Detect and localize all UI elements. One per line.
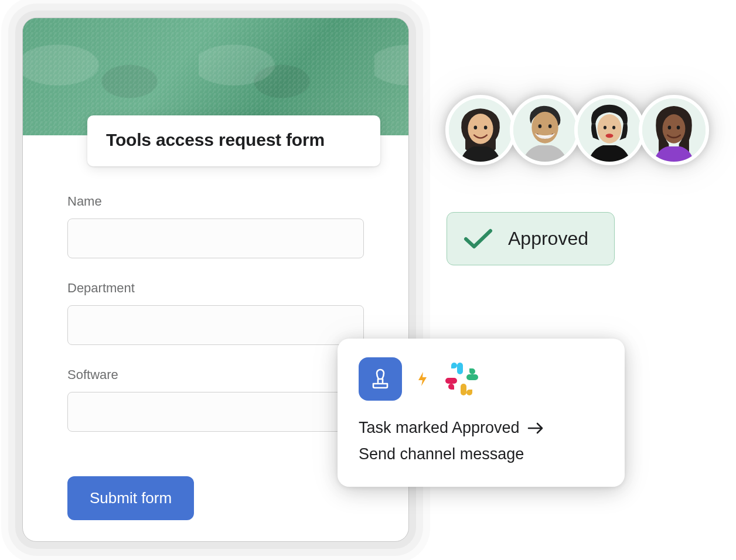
field-department: Department — [67, 281, 364, 345]
name-label: Name — [67, 194, 364, 209]
avatar-3 — [574, 95, 645, 165]
svg-point-11 — [612, 126, 615, 129]
check-icon — [464, 228, 493, 250]
svg-rect-17 — [457, 363, 463, 374]
automation-card: Task marked Approved Send channel messag… — [338, 339, 625, 487]
department-input[interactable] — [67, 305, 364, 345]
avatar-4 — [639, 95, 709, 165]
automation-line-2: Send channel message — [359, 442, 604, 467]
automation-text: Task marked Approved Send channel messag… — [359, 416, 604, 467]
avatar-group — [445, 95, 709, 165]
svg-point-2 — [474, 125, 478, 129]
svg-point-12 — [606, 134, 614, 138]
automation-line-1: Task marked Approved — [359, 416, 604, 442]
department-label: Department — [67, 281, 364, 296]
name-input[interactable] — [67, 218, 364, 258]
field-software: Software — [67, 367, 364, 432]
svg-point-15 — [668, 125, 672, 129]
approved-label: Approved — [508, 228, 588, 250]
person-icon — [449, 98, 512, 162]
form-title: Tools access request form — [106, 130, 362, 150]
avatar-2 — [510, 95, 580, 165]
svg-point-16 — [677, 125, 680, 129]
svg-point-1 — [468, 114, 493, 144]
approved-badge: Approved — [447, 212, 615, 265]
bolt-icon — [416, 371, 429, 387]
form-title-card: Tools access request form — [87, 115, 380, 166]
avatar-1 — [445, 95, 516, 165]
svg-rect-20 — [445, 378, 457, 384]
submit-form-button[interactable]: Submit form — [67, 476, 194, 520]
svg-point-6 — [539, 124, 542, 128]
svg-point-10 — [604, 126, 606, 129]
svg-point-14 — [663, 114, 686, 144]
svg-point-7 — [548, 124, 552, 128]
field-name: Name — [67, 194, 364, 258]
stamp-icon — [359, 357, 402, 401]
svg-point-3 — [484, 125, 488, 129]
person-icon — [578, 98, 641, 162]
svg-rect-18 — [466, 374, 478, 380]
software-label: Software — [67, 367, 364, 383]
svg-rect-19 — [461, 384, 466, 395]
person-icon — [513, 98, 577, 162]
automation-line-1-text: Task marked Approved — [359, 419, 520, 436]
software-input[interactable] — [67, 392, 364, 432]
person-icon — [642, 98, 706, 162]
arrow-right-icon — [527, 418, 544, 442]
svg-point-9 — [597, 114, 621, 144]
automation-icons — [359, 357, 604, 401]
slack-icon — [443, 360, 481, 398]
